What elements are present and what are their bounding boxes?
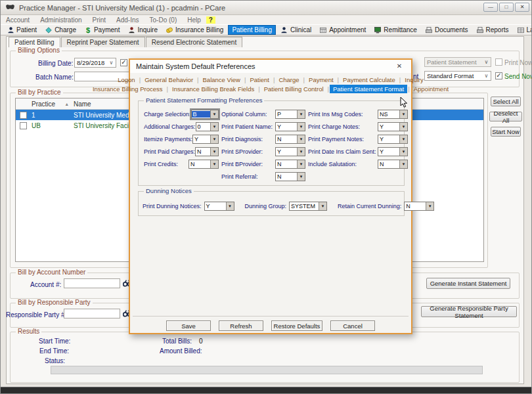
restore-defaults-button[interactable]: Restore Defaults [271, 320, 322, 331]
field-combo[interactable]: Y▼ [275, 147, 305, 156]
dialog-tab-charge[interactable]: Charge [275, 76, 302, 84]
row-checkbox[interactable] [20, 112, 27, 119]
dropdown-arrow-icon[interactable]: ▼ [297, 173, 305, 181]
dialog-close-button[interactable]: ✕ [393, 62, 406, 71]
dialog-title-bar[interactable]: Maintain System Default Preferences ✕ [130, 60, 411, 73]
billing-date-combo[interactable]: 8/29/2018 ∨ [74, 58, 116, 68]
close-button[interactable]: ✕ [515, 3, 529, 12]
field-combo[interactable]: N▼ [378, 160, 408, 169]
toolbar-item-documents[interactable]: Documents [422, 25, 472, 35]
dialog-tab-inquiry[interactable]: Inquiry [401, 76, 427, 84]
generate-instant-statement-button[interactable]: Generate Instant Statement [426, 278, 510, 289]
account-number-input[interactable] [64, 278, 120, 288]
select-all-button[interactable]: Select All [491, 97, 521, 106]
start-now-button[interactable]: Start Now [491, 127, 521, 137]
field-combo[interactable]: Y▼ [378, 122, 408, 131]
dialog-tab-payment[interactable]: Payment [305, 76, 337, 84]
dropdown-arrow-icon[interactable]: ▼ [210, 110, 218, 118]
chevron-down-icon[interactable]: ∨ [107, 60, 116, 66]
dialog-tab-payment-calculate[interactable]: Payment Calculate [340, 76, 399, 84]
dropdown-arrow-icon[interactable]: ▼ [297, 160, 305, 168]
toolbar-item-insurance-billing[interactable]: Insurance Billing [162, 25, 227, 35]
toolbar-item-clinical[interactable]: Clinical [277, 25, 315, 35]
toolbar-item-labels[interactable]: Labels [514, 25, 532, 35]
menu-account[interactable]: Account [1, 16, 35, 24]
dialog-tab-patient-billing-control[interactable]: Patient Billing Control [261, 85, 327, 93]
dropdown-arrow-icon[interactable]: ▼ [399, 160, 407, 168]
dropdown-arrow-icon[interactable]: ▼ [297, 123, 305, 131]
send-now-checkbox[interactable]: ✓ [495, 72, 502, 79]
statement-format-combo[interactable]: Standard Format ∨ [424, 71, 491, 81]
deselect-all-button[interactable]: Deselect All [489, 112, 522, 121]
dialog-tab-appointment[interactable]: Appointment [410, 85, 452, 93]
dialog-tab-patient-statement-format[interactable]: Patient Statement Format [330, 85, 407, 93]
maximize-button[interactable]: □ [499, 3, 514, 12]
toolbar-item-patient[interactable]: Patient [3, 25, 40, 35]
field-combo[interactable]: SYSTEM▼ [289, 202, 327, 211]
refresh-button[interactable]: Refresh [219, 320, 263, 331]
cancel-button[interactable]: Cancel [330, 320, 375, 331]
dropdown-arrow-icon[interactable]: ▼ [210, 135, 218, 143]
minimize-button[interactable]: — [483, 3, 498, 12]
field-combo[interactable]: Y▼ [204, 202, 234, 211]
preview-checkbox[interactable]: ✓ [120, 59, 127, 66]
field-combo[interactable]: 0▼ [196, 122, 219, 131]
patient-statement-combo[interactable]: Patient Statement ∨ [424, 57, 491, 67]
field-combo[interactable]: N▼ [195, 147, 219, 156]
menu-add-ins[interactable]: Add-Ins [111, 16, 144, 24]
field-combo[interactable]: N▼ [275, 160, 305, 169]
print-now-checkbox[interactable] [495, 58, 502, 66]
tab-resend-electronic-statement[interactable]: Resend Electronic Statement [146, 37, 243, 47]
field-combo[interactable]: N▼ [188, 160, 219, 169]
save-button[interactable]: Save [166, 320, 211, 331]
field-combo[interactable]: N▼ [275, 172, 305, 181]
field-combo[interactable]: NS▼ [378, 110, 408, 119]
dropdown-arrow-icon[interactable]: ▼ [399, 148, 407, 156]
dropdown-arrow-icon[interactable]: ▼ [399, 110, 407, 118]
dialog-tab-logon[interactable]: Logon [114, 76, 138, 84]
responsible-party-input[interactable] [64, 309, 120, 318]
chevron-down-icon[interactable]: ∨ [482, 73, 491, 79]
toolbar-item-charge[interactable]: Charge [41, 25, 79, 35]
dialog-tab-balance-view[interactable]: Balance View [200, 76, 244, 84]
dropdown-arrow-icon[interactable]: ▼ [426, 202, 433, 210]
toolbar-item-remittance[interactable]: Remittance [370, 25, 420, 35]
dropdown-arrow-icon[interactable]: ▼ [399, 123, 407, 131]
toolbar-item-appointment[interactable]: Appointment [316, 25, 369, 35]
field-combo[interactable]: Y▼ [378, 147, 408, 156]
dropdown-arrow-icon[interactable]: ▼ [399, 135, 407, 143]
dialog-tab-insurance-billing-process[interactable]: Insurance Billing Process [89, 85, 166, 93]
dropdown-arrow-icon[interactable]: ▼ [297, 148, 305, 156]
dropdown-arrow-icon[interactable]: ▼ [297, 110, 305, 118]
help-icon[interactable]: ? [206, 16, 215, 24]
dialog-tab-insurance-billing-break-fields[interactable]: Insurance Billing Break Fields [169, 85, 257, 93]
field-combo[interactable]: B▼ [191, 110, 219, 119]
field-combo[interactable]: N▼ [404, 202, 434, 211]
field-combo[interactable]: Y▼ [275, 122, 305, 131]
generate-responsible-party-statement-button[interactable]: Generate Responsible Party Statement [421, 306, 517, 317]
toolbar-item-patient-billing[interactable]: Patient Billing [228, 25, 276, 35]
dropdown-arrow-icon[interactable]: ▼ [319, 202, 326, 210]
menu-help[interactable]: Help [182, 16, 206, 24]
dialog-tab-patient[interactable]: Patient [246, 76, 273, 84]
column-header-practice[interactable]: Practice [32, 100, 55, 108]
field-combo[interactable]: Y▼ [378, 135, 408, 144]
dropdown-arrow-icon[interactable]: ▼ [297, 135, 305, 143]
menu-print[interactable]: Print [87, 16, 112, 24]
menu-to-do[interactable]: To-Do (0) [144, 16, 183, 24]
dropdown-arrow-icon[interactable]: ▼ [210, 160, 218, 168]
toolbar-item-payment[interactable]: $ Payment [81, 25, 123, 35]
toolbar-item-inquire[interactable]: Inquire [124, 25, 161, 35]
dropdown-arrow-icon[interactable]: ▼ [210, 123, 218, 131]
dropdown-arrow-icon[interactable]: ▼ [210, 148, 218, 156]
tab-reprint-paper-statement[interactable]: Reprint Paper Statement [61, 37, 145, 47]
field-combo[interactable]: N▼ [275, 135, 305, 144]
dropdown-arrow-icon[interactable]: ▼ [226, 202, 234, 210]
dialog-tab-general-behavior[interactable]: General Behavior [141, 76, 196, 84]
field-combo[interactable]: Y▼ [192, 135, 219, 144]
menu-administration[interactable]: Administration [35, 16, 87, 24]
tab-patient-billing[interactable]: Patient Billing [9, 37, 60, 47]
toolbar-item-reports[interactable]: Reports [473, 25, 512, 35]
field-combo[interactable]: P▼ [275, 110, 305, 119]
row-checkbox[interactable] [20, 122, 27, 129]
